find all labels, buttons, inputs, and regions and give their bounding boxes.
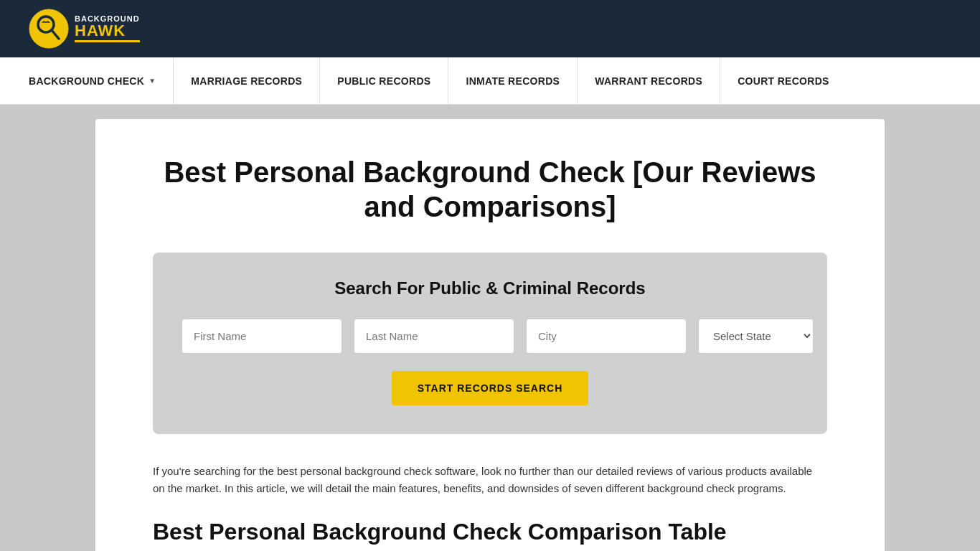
city-input[interactable] [526,319,687,354]
main-wrapper: Best Personal Background Check [Our Revi… [0,105,980,551]
nav-item-court-records[interactable]: COURT RECORDS [720,57,847,104]
logo-icon [29,9,69,49]
page-title: Best Personal Background Check [Our Revi… [153,155,827,224]
main-nav: BACKGROUND CHECK ▼ MARRIAGE RECORDS PUBL… [0,57,980,105]
nav-item-background-check[interactable]: BACKGROUND CHECK ▼ [29,57,174,104]
search-btn-row: START RECORDS SEARCH [182,371,798,405]
last-name-input[interactable] [354,319,514,354]
search-button[interactable]: START RECORDS SEARCH [392,371,589,405]
chevron-down-icon: ▼ [149,77,156,85]
first-name-input[interactable] [182,319,342,354]
svg-point-0 [29,9,68,48]
content-card: Best Personal Background Check [Our Revi… [95,119,885,551]
state-select[interactable]: Select StateAlabamaAlaskaArizonaArkansas… [698,319,814,354]
intro-text: If you're searching for the best persona… [153,463,827,497]
search-fields: Select StateAlabamaAlaskaArizonaArkansas… [182,319,798,354]
search-box-title: Search For Public & Criminal Records [182,278,798,298]
logo-text: BACKGROUND HAWK [75,15,140,42]
nav-item-warrant-records[interactable]: WARRANT RECORDS [578,57,720,104]
nav-item-public-records[interactable]: PUBLIC RECORDS [320,57,448,104]
nav-item-inmate-records[interactable]: INMATE RECORDS [448,57,578,104]
nav-item-marriage-records[interactable]: MARRIAGE RECORDS [174,57,320,104]
search-box: Search For Public & Criminal Records Sel… [153,253,827,434]
logo-underline [75,40,140,42]
comparison-table-title: Best Personal Background Check Compariso… [153,519,827,545]
logo[interactable]: BACKGROUND HAWK [29,9,140,49]
site-header: BACKGROUND HAWK [0,0,980,57]
